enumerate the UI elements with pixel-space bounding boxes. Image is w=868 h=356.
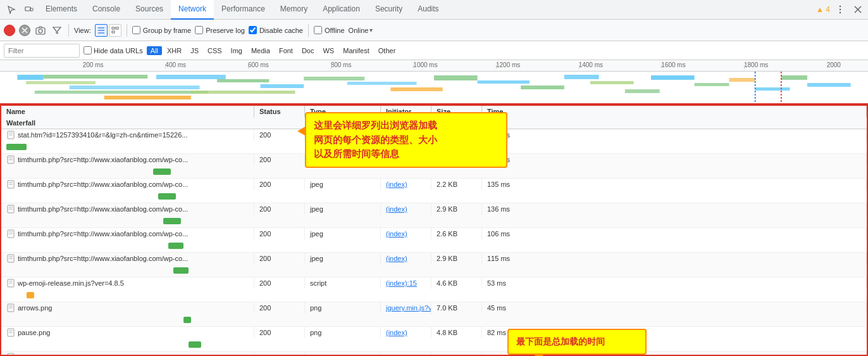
list-view-button[interactable] (95, 24, 108, 37)
waterfall-bar (163, 218, 181, 224)
tab-audits[interactable]: Audits (410, 0, 446, 20)
filter-type-img[interactable]: Img (227, 46, 246, 55)
filter-type-buttons: AllXHRJSCSSImgMediaFontDocWSManifestOthe… (147, 46, 400, 55)
column-header-waterfall[interactable]: Waterfall (1, 117, 254, 129)
cell-name: pause.png (1, 327, 254, 338)
column-header-status[interactable]: Status (254, 106, 305, 117)
hide-data-urls-checkbox[interactable]: Hide data URLs (84, 46, 143, 54)
file-type-icon (6, 180, 15, 189)
filter-type-other[interactable]: Other (375, 46, 400, 55)
devtools-responsive-icon[interactable] (20, 0, 38, 20)
filter-type-doc[interactable]: Doc (298, 46, 318, 55)
cell-name: stat.htm?id=1257393410&r=&lg=zh-cn&ntime… (1, 129, 254, 141)
table-row[interactable]: timthumb.php?src=http://www.xiaofanblog.… (1, 228, 867, 253)
waterfall-bar (168, 243, 183, 249)
filter-type-all[interactable]: All (147, 46, 162, 55)
table-row[interactable]: arrows.png200pngjquery.min.js?ver=1.0:27… (1, 302, 867, 327)
svg-rect-29 (390, 87, 442, 91)
svg-point-4 (840, 12, 841, 13)
svg-rect-21 (35, 91, 208, 94)
tab-console[interactable]: Console (85, 0, 128, 20)
file-type-icon (6, 279, 15, 288)
svg-rect-38 (729, 78, 755, 82)
filter-type-css[interactable]: CSS (204, 46, 226, 55)
cell-time: 115 ms (482, 253, 867, 264)
svg-rect-15 (116, 27, 118, 29)
svg-rect-19 (26, 81, 96, 84)
network-throttle-select[interactable]: Online ▾ (349, 27, 373, 34)
cell-status: 200 (254, 253, 305, 264)
tab-security[interactable]: Security (368, 0, 410, 20)
svg-rect-40 (781, 75, 807, 80)
table-row[interactable]: pause.png200png(index)4.8 KB82 ms (1, 327, 867, 352)
svg-point-2 (840, 6, 841, 7)
timeline-tick: 600 ms (248, 61, 269, 68)
preserve-log-checkbox[interactable]: Preserve log (195, 26, 245, 34)
tab-performance[interactable]: Performance (214, 0, 273, 20)
file-type-icon (6, 328, 15, 337)
table-row[interactable]: pic.gif200gifz_stat.php?id=1257393410...… (1, 352, 867, 356)
chevron-down-icon: ▾ (369, 27, 373, 34)
cell-initiator: (index):15 (381, 277, 431, 289)
cell-type: gif (305, 352, 381, 356)
filter-icon[interactable] (51, 24, 63, 37)
cell-size: 4.6 KB (431, 277, 482, 289)
svg-rect-32 (521, 86, 564, 89)
cell-type: png (305, 327, 381, 338)
waterfall-bar (27, 292, 34, 298)
waterfall-bar (173, 267, 189, 274)
svg-rect-31 (478, 80, 530, 84)
disable-cache-checkbox[interactable]: Disable cache (249, 26, 303, 34)
timeline-tick: 1000 ms (413, 61, 437, 68)
filter-type-ws[interactable]: WS (319, 46, 338, 55)
cell-status: 200 (254, 302, 305, 314)
devtools-cursor-icon[interactable] (3, 0, 20, 20)
table-row[interactable]: wp-emoji-release.min.js?ver=4.8.5200scri… (1, 277, 867, 302)
filter-type-manifest[interactable]: Manifest (339, 46, 373, 55)
timeline-tick: 400 ms (165, 61, 186, 68)
offline-checkbox[interactable]: Offline (314, 26, 345, 34)
filter-type-font[interactable]: Font (275, 46, 297, 55)
column-header-name[interactable]: Name (1, 106, 254, 117)
clear-button[interactable] (19, 25, 30, 36)
close-button[interactable] (850, 2, 865, 17)
cell-name: timthumb.php?src=http://www.xiaofanblog.… (1, 154, 254, 165)
annotation-bubble-1: 这里会详细罗列出浏览器加载 网页的每个资源的类型、大小 以及所需时间等信息 (305, 112, 507, 168)
more-options-button[interactable] (833, 2, 848, 17)
table-row[interactable]: timthumb.php?src=http://www.xiaofanblog.… (1, 253, 867, 277)
cell-status: 200 (254, 352, 305, 356)
svg-rect-14 (112, 27, 115, 29)
filter-type-js[interactable]: JS (187, 46, 202, 55)
svg-rect-18 (44, 75, 148, 79)
filter-type-xhr[interactable]: XHR (163, 46, 185, 55)
cell-type: jpeg (305, 228, 381, 239)
network-overview-chart: 200 ms400 ms600 ms800 ms1000 ms1200 ms14… (0, 60, 868, 105)
tab-application[interactable]: Application (315, 0, 368, 20)
svg-rect-16 (112, 31, 115, 33)
table-row[interactable]: timthumb.php?src=http://www.xiaofanblog.… (1, 203, 867, 228)
table-row[interactable]: timthumb.php?src=http://www.xiaofanblog.… (1, 179, 867, 203)
cell-name: pic.gif (1, 352, 254, 356)
cell-status: 200 (254, 179, 305, 190)
cell-type: jpeg (305, 179, 381, 190)
camera-icon[interactable] (34, 24, 47, 37)
tab-elements[interactable]: Elements (38, 0, 85, 20)
tree-view-button[interactable] (109, 24, 121, 37)
filter-input[interactable] (4, 44, 80, 58)
timeline-tick: 800 ms (331, 61, 352, 68)
filter-bar: Hide data URLs AllXHRJSCSSImgMediaFontDo… (0, 41, 868, 60)
tab-sources[interactable]: Sources (128, 0, 171, 20)
svg-rect-17 (17, 75, 43, 80)
warning-badge[interactable]: ▲ 4 (816, 5, 830, 14)
filter-type-media[interactable]: Media (247, 46, 274, 55)
cell-initiator: (index) (381, 253, 431, 264)
svg-rect-22 (104, 96, 191, 99)
tab-memory[interactable]: Memory (273, 0, 315, 20)
record-button[interactable] (4, 25, 15, 36)
tab-network[interactable]: Network (171, 0, 214, 20)
column-header-time[interactable]: Time (482, 106, 867, 117)
svg-rect-25 (261, 84, 304, 88)
separator-3 (308, 24, 309, 37)
cell-status: 200 (254, 327, 305, 338)
group-by-frame-checkbox[interactable]: Group by frame (132, 26, 191, 34)
